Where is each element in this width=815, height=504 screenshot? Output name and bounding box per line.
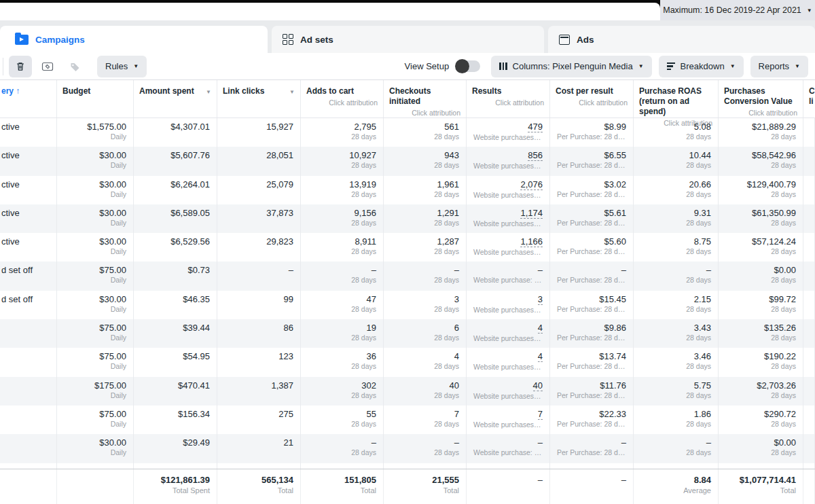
cell-results: 7 Website purchases: ... <box>467 406 550 434</box>
cell-adds-to-cart: 47 28 days <box>301 291 384 319</box>
total-cpr-value: – <box>550 475 633 485</box>
date-range-picker[interactable]: Maximum: 16 Dec 2019-22 Apr 2021 ▼ <box>660 0 815 20</box>
roas-value: 5.75 <box>634 380 718 391</box>
cell-purchase-roas: – <box>634 463 719 469</box>
roas-value: 1.86 <box>634 409 718 419</box>
cell-cost-per-result: – Per Purchase: 28 days <box>550 262 634 290</box>
table-row[interactable]: ctive $30.00 Daily $6,529.56 29,823 8,91… <box>0 233 815 262</box>
results-value[interactable]: 4 <box>538 323 543 334</box>
results-value[interactable]: 7 <box>538 409 543 420</box>
cell-delivery: ctive <box>0 176 57 204</box>
results-value[interactable]: 1,174 <box>520 208 543 219</box>
link-clicks-value: 25,079 <box>217 179 300 190</box>
attribution-window: 28 days <box>719 132 803 141</box>
cell-checkouts-initiated: 1,961 28 days <box>384 176 467 204</box>
table-row[interactable]: $30.00 $30.74 71 1 – – – <box>0 463 815 469</box>
results-value[interactable]: 4 <box>538 351 543 362</box>
cell-results: 856 Website purchases: ... <box>467 147 550 175</box>
table-row[interactable]: ctive $30.00 Daily $6,589.05 37,873 9,15… <box>0 204 815 233</box>
table-row[interactable]: ctive $30.00 Daily $6,264.01 25,079 13,9… <box>0 176 815 204</box>
table-row[interactable]: ctive $30.00 Daily $5,607.76 28,051 10,9… <box>0 147 815 175</box>
table-row[interactable]: $75.00 Daily $54.95 123 36 28 days 4 28 … <box>0 348 815 376</box>
table-row[interactable]: d set off $75.00 Daily $0.73 – – 28 days… <box>0 262 815 290</box>
cell-budget: $30.00 Daily <box>57 291 134 319</box>
results-value[interactable]: – <box>538 437 543 448</box>
delete-button[interactable] <box>9 56 32 77</box>
results-value[interactable]: 3 <box>538 294 543 305</box>
cell-link-clicks: 25,079 <box>217 176 301 204</box>
tab-ads[interactable]: Ads <box>548 26 815 53</box>
results-value[interactable]: 40 <box>533 380 543 391</box>
reports-button[interactable]: Reports ▼ <box>750 56 808 77</box>
column-title: Results <box>472 86 544 96</box>
budget-type: Daily <box>57 132 133 141</box>
table-row[interactable]: d set off $30.00 Daily $46.35 99 47 28 d… <box>0 291 815 319</box>
table-row[interactable]: $75.00 Daily $156.34 275 55 28 days 7 28… <box>0 406 815 434</box>
checkouts-value: – <box>384 437 466 448</box>
cell-clipped <box>803 291 815 319</box>
chevron-down-icon[interactable]: ▼ <box>289 89 295 95</box>
results-type: Website purchase: 2... <box>467 275 549 284</box>
total-conversion-value: $1,077,714.41 <box>719 475 803 485</box>
cell-checkouts-initiated: 40 28 days <box>384 377 467 406</box>
budget-value: $30.00 <box>57 179 133 190</box>
attribution-window: 28 days <box>634 218 718 227</box>
table-row[interactable]: $175.00 Daily $470.41 1,387 302 28 days … <box>0 377 815 406</box>
column-title: C li <box>809 86 810 107</box>
table-row[interactable]: $75.00 Daily $39.44 86 19 28 days 6 28 d… <box>0 319 815 348</box>
adds-to-cart-value: 9,156 <box>301 208 383 218</box>
tab-campaigns[interactable]: Campaigns <box>0 26 268 53</box>
column-subtitle: Click attribution <box>472 98 544 107</box>
chevron-down-icon[interactable]: ▼ <box>206 89 211 95</box>
checkouts-value: 40 <box>384 380 466 391</box>
cell-delivery <box>0 434 57 463</box>
column-header-purchase-roas[interactable]: Purchase ROAS (return on ad spend) Click… <box>634 80 719 118</box>
cell-purchases-conversion-value: $58,542.96 28 days <box>719 147 803 175</box>
cell-clipped <box>803 406 815 434</box>
rules-button[interactable]: Rules ▼ <box>97 56 147 77</box>
column-header-cost-per-result[interactable]: Cost per result Click attribution <box>550 80 634 118</box>
total-label: Total <box>719 485 803 494</box>
results-value[interactable]: 856 <box>528 150 543 161</box>
attribution-window: 28 days <box>301 333 383 342</box>
cost-per-result-type: Per Purchase: 28 days <box>550 391 633 399</box>
total-spent-value: $121,861.39 <box>134 475 217 485</box>
view-setup-toggle[interactable] <box>456 60 480 72</box>
column-header-budget[interactable]: Budget <box>57 80 134 118</box>
column-header-adds-to-cart[interactable]: Adds to cart Click attribution <box>301 80 384 118</box>
budget-value: $75.00 <box>57 323 133 333</box>
column-header-results[interactable]: Results Click attribution <box>467 80 550 118</box>
cell-link-clicks: 15,927 <box>217 118 301 147</box>
column-header-purchases-conversion-value[interactable]: Purchases Conversion Value Click attribu… <box>719 80 803 118</box>
cell-budget: $75.00 Daily <box>57 262 134 290</box>
results-type: Website purchases: ... <box>467 247 549 256</box>
column-title: Checkouts initiated <box>389 86 460 107</box>
footer-conversion-value: $1,077,714.41 Total <box>719 469 803 504</box>
cost-per-result-value: $9.86 <box>550 323 633 333</box>
attribution-window: 28 days <box>719 361 803 370</box>
adds-to-cart-value: 10,927 <box>301 150 383 160</box>
results-type: Website purchases: ... <box>467 219 549 228</box>
attribution-window: 28 days <box>634 304 718 313</box>
breakdown-button[interactable]: Breakdown ▼ <box>659 56 744 77</box>
column-header-delivery[interactable]: ery ↑ <box>0 80 57 118</box>
table-row[interactable]: $30.00 Daily $29.49 21 – 28 days – 28 da… <box>0 434 815 463</box>
column-header-checkouts-initiated[interactable]: Checkouts initiated Click attribution <box>384 80 467 118</box>
column-header-amount-spent[interactable]: Amount spent ▼ <box>134 80 217 118</box>
column-header-clipped[interactable]: C li <box>803 80 815 118</box>
column-header-link-clicks[interactable]: Link clicks ▼ <box>217 80 301 118</box>
columns-button[interactable]: Columns: Pixel Penguin Media ▼ <box>491 56 651 77</box>
trash-icon <box>15 61 26 72</box>
cost-per-result-type: Per Purchase: 28 days <box>550 333 633 342</box>
ab-test-button[interactable] <box>36 56 59 77</box>
tag-button[interactable] <box>63 56 86 77</box>
results-value[interactable]: 2,076 <box>520 179 543 190</box>
ads-manager-app: Maximum: 16 Dec 2019-22 Apr 2021 ▼ Campa… <box>0 0 815 504</box>
results-value[interactable]: 1,166 <box>520 236 543 247</box>
results-value[interactable]: – <box>538 265 543 275</box>
tab-ad-sets[interactable]: Ad sets <box>272 26 544 53</box>
amount-spent-value: $4,307.01 <box>134 122 217 132</box>
results-value[interactable]: 479 <box>528 122 543 132</box>
table-row[interactable]: ctive $1,575.00 Daily $4,307.01 15,927 2… <box>0 118 815 147</box>
amount-spent-value: $6,529.56 <box>134 236 217 247</box>
